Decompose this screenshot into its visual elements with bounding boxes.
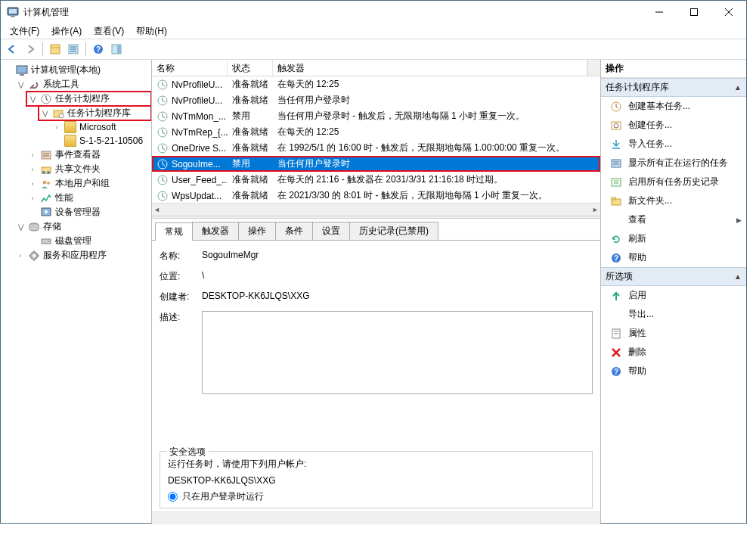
expander-icon[interactable]: ⋁ [16, 80, 25, 89]
tree-sid-folder[interactable]: S-1-5-21-10506 [51, 134, 151, 148]
task-row[interactable]: NvProfileU...准备就绪在每天的 12:25 [152, 76, 600, 92]
action-create[interactable]: 创建任务... [601, 116, 746, 135]
expander-icon[interactable]: › [28, 165, 37, 174]
nav-back-button[interactable] [4, 41, 20, 58]
task-row[interactable]: NvTmMon_...禁用当任何用户登录时 - 触发后，无限期地每隔 1 小时 … [152, 108, 600, 124]
col-name[interactable]: 名称 [152, 60, 228, 76]
properties-button[interactable] [65, 41, 82, 58]
action-enable[interactable]: 启用 [601, 286, 746, 305]
task-name: WpsUpdat... [172, 191, 222, 201]
expander-icon[interactable]: › [52, 123, 61, 132]
task-row[interactable]: NvTmRep_{...准备就绪在每天的 12:25 [152, 124, 600, 140]
event-viewer-icon [40, 149, 52, 161]
tree-microsoft[interactable]: ›Microsoft [51, 120, 151, 134]
help-button[interactable]: ? [90, 41, 107, 58]
security-account: DESKTOP-KK6JLQS\XXG [168, 475, 584, 486]
tree-shared-folders[interactable]: ›共享文件夹 [26, 162, 151, 176]
svg-point-31 [45, 210, 48, 213]
expander-icon[interactable]: › [28, 179, 37, 188]
detail-author-label: 创建者: [160, 291, 202, 303]
expander-icon[interactable]: ⋁ [28, 95, 37, 104]
refresh-icon [610, 233, 622, 245]
expander-icon[interactable]: ⋁ [16, 222, 25, 232]
menu-view[interactable]: 查看(V) [88, 23, 130, 39]
tree-storage[interactable]: ⋁存储 [14, 219, 151, 234]
tree-local-users[interactable]: ›本地用户和组 [26, 176, 151, 191]
shared-folders-icon [40, 163, 52, 176]
action-refresh[interactable]: 刷新 [601, 229, 746, 248]
task-row[interactable]: SogouIme...禁用当任何用户登录时 [152, 156, 600, 172]
task-name: SogouIme... [172, 159, 221, 169]
action-view[interactable]: 查看 [601, 210, 746, 229]
close-button[interactable] [711, 1, 746, 23]
radio-logged-on-only[interactable] [168, 492, 178, 502]
action-import[interactable]: 导入任务... [601, 135, 746, 154]
tree-performance[interactable]: ›性能 [26, 191, 151, 205]
action-export[interactable]: 导出... [601, 305, 746, 324]
tree-task-scheduler[interactable]: ⋁ 任务计划程序 [26, 92, 151, 106]
task-trigger: 当任何用户登录时 - 触发后，无限期地每隔 1 小时 重复一次。 [273, 110, 600, 123]
action-pane-button[interactable] [108, 41, 125, 58]
create-icon [610, 120, 622, 132]
action-label: 帮助 [628, 251, 646, 264]
clock-icon [156, 158, 169, 170]
tree-device-manager[interactable]: 设备管理器 [26, 205, 151, 219]
tree-task-scheduler-library[interactable]: ⋁ 任务计划程序库 [39, 106, 151, 120]
menu-action[interactable]: 操作(A) [45, 23, 88, 39]
tree-panel[interactable]: 计算机管理(本地) ⋁ 系统工具 [1, 60, 152, 524]
action-help[interactable]: ?帮助 [601, 362, 746, 381]
tab-general[interactable]: 常规 [155, 222, 193, 241]
action-props[interactable]: 属性 [601, 324, 746, 343]
detail-description-box[interactable] [202, 311, 593, 394]
task-row[interactable]: NvProfileU...准备就绪当任何用户登录时 [152, 92, 600, 108]
tree-disk-management[interactable]: 磁盘管理 [26, 234, 151, 248]
expander-icon[interactable]: ⋁ [40, 109, 49, 118]
tree-system-tools[interactable]: ⋁ 系统工具 [14, 77, 151, 92]
tree-event-viewer[interactable]: ›事件查看器 [26, 148, 151, 162]
task-row[interactable]: WpsUpdat...准备就绪在 2021/3/30 的 8:01 时 - 触发… [152, 188, 600, 203]
vertical-scrollbar[interactable] [587, 60, 600, 76]
svg-point-28 [43, 180, 47, 184]
col-status[interactable]: 状态 [228, 60, 273, 76]
action-create-basic[interactable]: 创建基本任务... [601, 97, 746, 116]
menu-file[interactable]: 文件(F) [4, 23, 45, 39]
nav-forward-button[interactable] [22, 41, 39, 58]
svg-rect-18 [20, 74, 24, 76]
action-history[interactable]: 启用所有任务历史记录 [601, 173, 746, 191]
tab-conditions[interactable]: 条件 [275, 222, 313, 240]
app-icon [7, 6, 19, 18]
task-status: 准备就绪 [228, 189, 273, 202]
action-help[interactable]: ?帮助 [601, 248, 746, 267]
action-folder[interactable]: 新文件夹... [601, 191, 746, 210]
expander-icon[interactable]: › [16, 251, 25, 260]
maximize-button[interactable] [677, 1, 711, 23]
detail-location-label: 位置: [160, 270, 202, 283]
collapse-icon[interactable]: ▲ [734, 83, 742, 92]
show-hide-button[interactable] [47, 41, 64, 58]
actions-group-library[interactable]: 任务计划程序库 ▲ [601, 78, 746, 97]
menu-help[interactable]: 帮助(H) [130, 23, 173, 39]
tab-actions[interactable]: 操作 [238, 222, 276, 240]
actions-group-selected[interactable]: 所选项 ▲ [601, 267, 746, 286]
tab-history[interactable]: 历史记录(已禁用) [349, 222, 438, 240]
expander-icon[interactable]: › [28, 194, 37, 203]
title-bar[interactable]: 计算机管理 [1, 1, 746, 23]
tree-root[interactable]: 计算机管理(本地) [2, 63, 151, 77]
detail-horizontal-scrollbar[interactable] [152, 511, 600, 524]
task-row[interactable]: OneDrive S...准备就绪在 1992/5/1 的 16:00 时 - … [152, 140, 600, 156]
task-status: 准备就绪 [228, 173, 273, 186]
tab-triggers[interactable]: 触发器 [192, 222, 239, 240]
action-running[interactable]: 显示所有正在运行的任务 [601, 154, 746, 173]
task-list[interactable]: 名称 状态 触发器 NvProfileU...准备就绪在每天的 12:25NvP… [152, 60, 600, 216]
action-label: 启用 [628, 289, 646, 302]
col-trigger[interactable]: 触发器 [273, 60, 587, 76]
minimize-button[interactable] [642, 1, 677, 23]
horizontal-scrollbar[interactable]: ◄► [152, 203, 600, 216]
tab-settings[interactable]: 设置 [312, 222, 350, 240]
action-delete[interactable]: 删除 [601, 343, 746, 362]
collapse-icon[interactable]: ▲ [734, 272, 742, 281]
tree-services-apps[interactable]: ›服务和应用程序 [14, 248, 151, 263]
task-row[interactable]: User_Feed_...准备就绪在每天的 21:16 - 触发器在 2031/… [152, 172, 600, 188]
expander-icon[interactable]: › [28, 151, 37, 160]
device-manager-icon [40, 207, 52, 219]
